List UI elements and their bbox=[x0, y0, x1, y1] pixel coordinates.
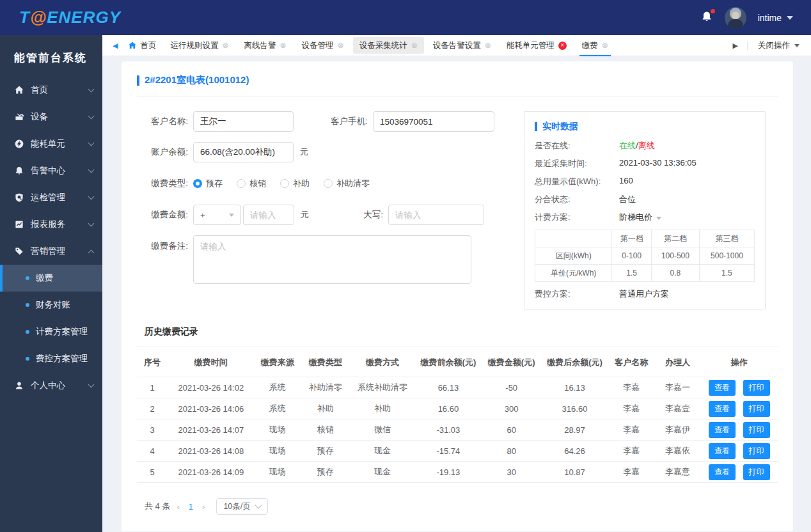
sidebar-item-reports[interactable]: 报表服务 bbox=[0, 211, 102, 238]
alarm-icon bbox=[14, 166, 24, 176]
page-size-select[interactable]: 10条/页 bbox=[216, 498, 267, 515]
usage-value: 160 bbox=[619, 176, 633, 187]
customer-phone-field[interactable] bbox=[373, 111, 494, 132]
tab-payment[interactable]: 缴费⊗ bbox=[576, 37, 615, 54]
print-button[interactable]: 打印 bbox=[743, 401, 770, 417]
prev-page-icon[interactable]: ‹ bbox=[174, 502, 182, 512]
device-icon bbox=[14, 112, 24, 122]
print-button[interactable]: 打印 bbox=[743, 443, 770, 459]
sidebar-item-personal-center[interactable]: 个人中心 bbox=[0, 372, 102, 399]
cell-customer: 李嘉 bbox=[608, 441, 654, 462]
close-icon[interactable]: ⊗ bbox=[602, 42, 608, 49]
cell-method: 微信 bbox=[350, 419, 414, 441]
billing-plan-row[interactable]: 计费方案: 阶梯电价 bbox=[535, 212, 755, 223]
logo-text-rest: ENERGY bbox=[47, 8, 121, 27]
tier-cell: 1.5 bbox=[612, 265, 652, 282]
table-row: 1 2021-03-26 14:02 系统 补助清零 系统补助清零 66.13 … bbox=[137, 377, 778, 398]
radio-writeoff[interactable]: 核销 bbox=[237, 178, 266, 189]
cell-handler: 李嘉一 bbox=[654, 377, 700, 398]
view-button[interactable]: 查看 bbox=[709, 380, 736, 396]
view-button[interactable]: 查看 bbox=[709, 401, 736, 417]
cell-seq: 5 bbox=[137, 462, 168, 483]
switch-status-value: 合位 bbox=[619, 194, 636, 205]
column-header: 操作 bbox=[701, 348, 778, 377]
pay-amount-field[interactable] bbox=[243, 205, 294, 225]
tab-home[interactable]: 首页 bbox=[122, 40, 162, 51]
remark-field[interactable] bbox=[193, 235, 471, 284]
payment-form: 客户名称: 客户手机: 账户余额: 元 缴费类型: bbox=[137, 111, 495, 294]
page-number[interactable]: 1 bbox=[186, 502, 196, 512]
view-button[interactable]: 查看 bbox=[709, 464, 736, 480]
close-icon[interactable]: ⊗ bbox=[411, 42, 418, 49]
pay-amount-label: 缴费金额: bbox=[145, 209, 188, 221]
sidebar-subitem-payment[interactable]: 缴费 bbox=[0, 265, 102, 292]
cell-method: 系统补助清零 bbox=[350, 377, 414, 398]
tab-label: 缴费 bbox=[582, 40, 598, 51]
sidebar-subitem-billing-plan[interactable]: 计费方案管理 bbox=[0, 318, 102, 345]
sidebar-item-marketing[interactable]: 营销管理 bbox=[0, 238, 102, 265]
cell-balance-after: 64.26 bbox=[541, 441, 608, 462]
close-icon[interactable]: ⊗ bbox=[222, 42, 228, 49]
sidebar-item-alarm-center[interactable]: 告警中心 bbox=[0, 157, 102, 184]
table-row: 3 2021-03-26 14:07 现场 核销 微信 -31.03 60 28… bbox=[137, 419, 778, 441]
print-button[interactable]: 打印 bbox=[743, 464, 770, 480]
tab-offline-alarm[interactable]: 离线告警⊗ bbox=[238, 37, 293, 54]
cell-source: 现场 bbox=[255, 419, 301, 441]
sidebar-item-device[interactable]: 设备 bbox=[0, 104, 102, 130]
user-avatar[interactable] bbox=[725, 7, 746, 29]
tier-cell: 1.5 bbox=[699, 265, 754, 282]
tab-device-mgmt[interactable]: 设备管理⊗ bbox=[295, 37, 350, 54]
cell-customer: 李嘉 bbox=[608, 419, 654, 441]
sidebar-item-energy-unit[interactable]: 能耗单元 bbox=[0, 130, 102, 157]
close-icon[interactable]: ⊗ bbox=[338, 42, 344, 49]
print-button[interactable]: 打印 bbox=[743, 422, 770, 438]
balance-field[interactable] bbox=[193, 142, 294, 162]
tab-device-collect-stats[interactable]: 设备采集统计⊗ bbox=[353, 37, 424, 54]
close-operations-menu[interactable]: 关闭操作 bbox=[748, 40, 805, 51]
tab-run-rules[interactable]: 运行规则设置⊗ bbox=[164, 37, 235, 54]
chevron-down-icon bbox=[794, 44, 799, 47]
view-button[interactable]: 查看 bbox=[709, 443, 736, 459]
radio-prepay[interactable]: 预存 bbox=[193, 178, 223, 189]
tabs-scroll-right-icon[interactable]: ▶ bbox=[729, 42, 748, 50]
radio-subsidy[interactable]: 补助 bbox=[280, 178, 310, 189]
username-text: intime bbox=[758, 13, 782, 23]
sidebar-item-inspection[interactable]: 运检管理 bbox=[0, 184, 102, 211]
tab-energy-unit-mgmt[interactable]: 能耗单元管理× bbox=[500, 37, 573, 54]
home-icon bbox=[14, 85, 24, 95]
customer-name-field[interactable] bbox=[193, 111, 294, 132]
chevron-down-icon bbox=[787, 16, 793, 20]
radio-label: 补助清零 bbox=[336, 178, 370, 189]
close-icon[interactable]: ⊗ bbox=[485, 42, 491, 49]
cell-type: 补助 bbox=[301, 398, 350, 419]
divider bbox=[137, 97, 778, 97]
amount-sign-select[interactable]: + bbox=[193, 205, 241, 225]
sidebar-subitem-label: 费控方案管理 bbox=[36, 353, 88, 364]
close-icon[interactable]: × bbox=[558, 42, 567, 50]
notification-bell-icon[interactable] bbox=[700, 10, 713, 25]
history-header-row: 序号缴费时间缴费来源缴费类型缴费方式缴费前余额(元)缴费金额(元)缴费后余额(元… bbox=[137, 348, 778, 377]
chevron-down-icon bbox=[88, 221, 95, 227]
cell-method: 现金 bbox=[350, 441, 414, 462]
uppercase-field[interactable] bbox=[388, 205, 484, 225]
column-header: 缴费方式 bbox=[350, 348, 414, 377]
view-button[interactable]: 查看 bbox=[709, 422, 736, 438]
realtime-panel: 实时数据 是否在线: 在线/离线 最近采集时间: 2021-03-30 13:3… bbox=[524, 111, 766, 309]
tab-bar: ◀ 首页 运行规则设置⊗ 离线告警⊗ 设备管理⊗ 设备采集统计⊗ 设备告警设置⊗… bbox=[102, 35, 811, 56]
cell-time: 2021-03-26 14:07 bbox=[168, 419, 254, 441]
close-icon[interactable]: ⊗ bbox=[280, 42, 287, 49]
user-menu[interactable]: intime bbox=[758, 13, 793, 23]
sidebar-subitem-fee-control-plan[interactable]: 费控方案管理 bbox=[0, 345, 102, 372]
tabs-scroll-left-icon[interactable]: ◀ bbox=[109, 42, 122, 50]
sidebar-item-home[interactable]: 首页 bbox=[0, 77, 102, 104]
column-header: 缴费类型 bbox=[301, 348, 350, 377]
sidebar-subitem-finance-reconcile[interactable]: 财务对账 bbox=[0, 292, 102, 318]
cell-balance-after: 16.13 bbox=[541, 377, 608, 398]
tab-device-alarm-settings[interactable]: 设备告警设置⊗ bbox=[427, 37, 498, 54]
cell-seq: 2 bbox=[137, 398, 168, 419]
print-button[interactable]: 打印 bbox=[743, 380, 770, 396]
radio-subsidy-clear[interactable]: 补助清零 bbox=[324, 178, 370, 189]
next-page-icon[interactable]: › bbox=[200, 502, 207, 512]
cell-customer: 李嘉 bbox=[608, 462, 654, 483]
tab-label: 首页 bbox=[140, 40, 156, 51]
